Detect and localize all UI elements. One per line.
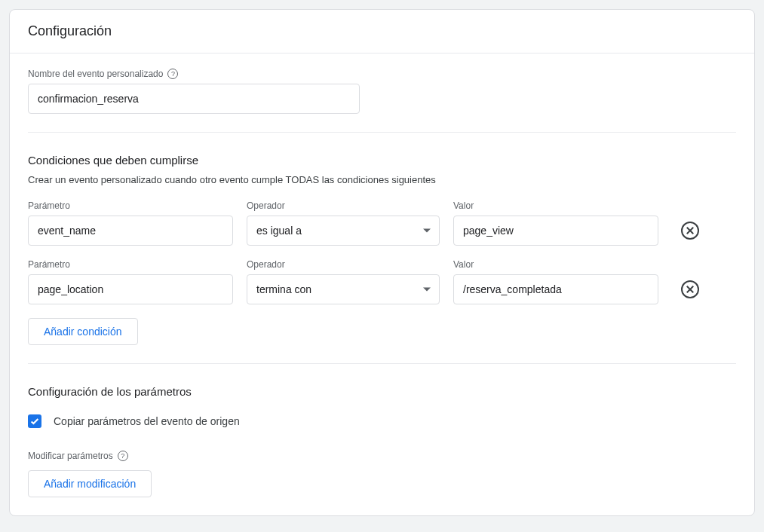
check-icon xyxy=(29,416,40,427)
operator-column-label: Operador xyxy=(247,200,440,211)
help-icon[interactable]: ? xyxy=(118,451,128,461)
parameters-title: Configuración de los parámetros xyxy=(28,385,736,398)
help-icon[interactable]: ? xyxy=(167,69,178,79)
conditions-description: Crear un evento personalizado cuando otr… xyxy=(28,174,736,185)
event-name-input[interactable] xyxy=(28,84,360,114)
operator-select[interactable]: termina con xyxy=(247,274,440,304)
divider xyxy=(28,132,736,133)
divider xyxy=(28,363,736,364)
conditions-section: Condiciones que deben cumplirse Crear un… xyxy=(28,154,736,345)
value-input[interactable] xyxy=(453,274,658,304)
condition-row: Parámetro Operador termina con Valor xyxy=(28,259,736,304)
copy-parameters-checkbox[interactable] xyxy=(28,414,41,428)
operator-select[interactable]: es igual a xyxy=(247,216,440,246)
parameter-input[interactable] xyxy=(28,216,233,246)
parameter-column-label: Parámetro xyxy=(28,259,233,270)
card-header: Configuración xyxy=(10,10,754,54)
value-column-label: Valor xyxy=(453,200,658,211)
card-title: Configuración xyxy=(28,23,736,39)
operator-column-label: Operador xyxy=(247,259,440,270)
parameter-column-label: Parámetro xyxy=(28,200,233,211)
add-condition-button[interactable]: Añadir condición xyxy=(28,318,138,345)
value-column-label: Valor xyxy=(453,259,658,270)
modify-parameters-label: Modificar parámetros xyxy=(28,451,113,461)
conditions-title: Condiciones que deben cumplirse xyxy=(28,154,736,167)
event-name-section: Nombre del evento personalizado ? xyxy=(28,69,736,114)
operator-select-value: termina con xyxy=(256,283,311,295)
event-name-label: Nombre del evento personalizado xyxy=(28,69,163,79)
remove-condition-button[interactable] xyxy=(681,280,699,298)
condition-row: Parámetro Operador es igual a Valor xyxy=(28,200,736,246)
value-input[interactable] xyxy=(453,216,658,246)
remove-condition-button[interactable] xyxy=(681,222,699,240)
parameters-section: Configuración de los parámetros Copiar p… xyxy=(28,385,736,497)
parameter-input[interactable] xyxy=(28,274,233,304)
add-modification-button[interactable]: Añadir modificación xyxy=(28,470,152,497)
operator-select-value: es igual a xyxy=(256,225,302,237)
copy-parameters-label: Copiar parámetros del evento de origen xyxy=(54,415,240,427)
configuration-card: Configuración Nombre del evento personal… xyxy=(9,9,755,516)
